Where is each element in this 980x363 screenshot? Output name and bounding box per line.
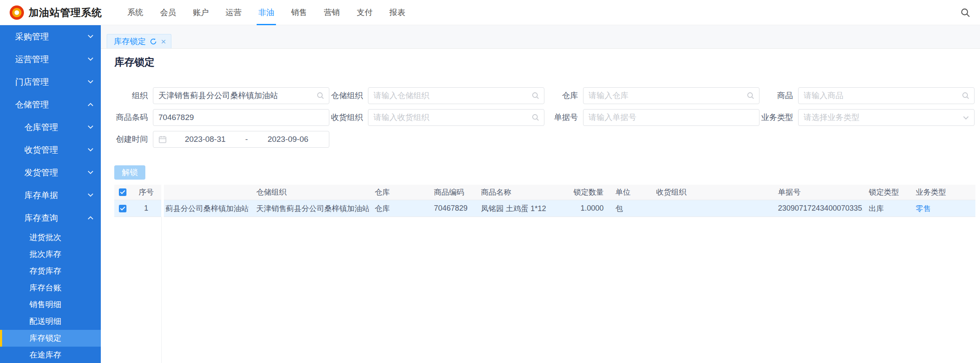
filter-storage-org: 仓储组织 bbox=[329, 87, 544, 104]
col-header-product-code: 商品编码 bbox=[428, 185, 475, 200]
sidebar-item-sales-detail[interactable]: 销售明细 bbox=[0, 296, 101, 313]
sidebar-item-delivery-detail[interactable]: 配送明细 bbox=[0, 313, 101, 330]
barcode-input[interactable] bbox=[153, 109, 329, 126]
col-header-index: 序号 bbox=[131, 185, 161, 200]
col-header-storage-org: 仓储组织 bbox=[252, 185, 369, 200]
filter-business-type-label: 业务类型 bbox=[759, 112, 798, 123]
chevron-up-icon bbox=[88, 216, 93, 222]
cell-org: 蓟县分公司桑梓镇加油站 bbox=[164, 200, 252, 217]
cell-locked-qty: 1.0000 bbox=[569, 200, 610, 217]
sidebar-item-stock-inventory[interactable]: 存货库存 bbox=[0, 263, 101, 279]
calendar-icon bbox=[158, 135, 167, 144]
filter-form: 组织 仓储组织 bbox=[114, 87, 980, 148]
col-header-unit: 单位 bbox=[610, 185, 650, 200]
date-range-input[interactable]: 2023-08-31 - 2023-09-06 bbox=[153, 131, 329, 148]
sidebar-item-warehouse-mgmt[interactable]: 仓库管理 bbox=[0, 116, 101, 138]
col-header-lock-type: 锁定类型 bbox=[863, 185, 910, 200]
table-row[interactable]: 1 蓟县分公司桑梓镇加油站 天津销售蓟县分公司桑梓镇加油站 仓库 7046782… bbox=[114, 200, 975, 217]
app-logo-icon bbox=[9, 5, 24, 20]
col-header-locked-qty: 锁定数量 bbox=[569, 185, 610, 200]
product-input[interactable] bbox=[798, 87, 975, 104]
nav-item-marketing[interactable]: 营销 bbox=[315, 0, 348, 25]
sidebar-item-batch-inventory[interactable]: 批次库存 bbox=[0, 246, 101, 263]
close-tab-icon[interactable]: × bbox=[161, 37, 166, 46]
sidebar-item-warehousing-mgmt[interactable]: 仓储管理 bbox=[0, 93, 101, 116]
filter-row-1: 组织 仓储组织 bbox=[114, 87, 980, 104]
chevron-down-icon bbox=[88, 146, 93, 151]
row-checkbox[interactable] bbox=[119, 205, 126, 212]
warehouse-input[interactable] bbox=[583, 87, 759, 104]
tab-label: 库存锁定 bbox=[114, 36, 146, 47]
cell-lock-type: 出库 bbox=[863, 200, 910, 217]
unlock-button[interactable]: 解锁 bbox=[114, 165, 145, 180]
date-start[interactable]: 2023-08-31 bbox=[169, 135, 241, 144]
filter-product-label: 商品 bbox=[759, 90, 798, 101]
col-header-doc-no: 单据号 bbox=[772, 185, 863, 200]
filter-org: 组织 bbox=[114, 87, 329, 104]
nav-item-non-oil[interactable]: 非油 bbox=[250, 0, 283, 25]
chevron-down-icon bbox=[88, 55, 93, 61]
col-header-receive-org: 收货组织 bbox=[650, 185, 772, 200]
nav-item-sales[interactable]: 销售 bbox=[283, 0, 315, 25]
doc-no-input[interactable] bbox=[583, 109, 759, 126]
cell-warehouse: 仓库 bbox=[369, 200, 428, 217]
cell-product-code: 70467829 bbox=[428, 200, 475, 217]
storage-org-input[interactable] bbox=[368, 87, 544, 104]
cell-index: 1 bbox=[131, 200, 161, 217]
chevron-down-icon bbox=[88, 78, 93, 84]
chevron-down-icon bbox=[88, 33, 93, 38]
cell-doc-no: 23090717243400070335... bbox=[772, 200, 863, 217]
sidebar-item-purchase-mgmt[interactable]: 采购管理 bbox=[0, 25, 101, 48]
sidebar-item-inventory-docs[interactable]: 库存单据 bbox=[0, 184, 101, 206]
sidebar-item-inventory-query[interactable]: 库存查询 bbox=[0, 206, 101, 229]
inventory-lock-table: 序号 仓储组织 仓库 商品编码 商品名称 锁定数量 单位 收货组织 单据号 锁定… bbox=[114, 185, 975, 363]
search-icon[interactable] bbox=[960, 7, 971, 18]
org-input[interactable] bbox=[153, 87, 329, 104]
sidebar: 采购管理 运营管理 门店管理 仓储管理 仓库管理 收货管理 发货管理 库存单据 … bbox=[0, 25, 101, 363]
chevron-down-icon bbox=[88, 169, 93, 174]
sidebar-item-operations-mgmt[interactable]: 运营管理 bbox=[0, 48, 101, 71]
filter-row-2: 商品条码 收货组织 单据号 bbox=[114, 109, 980, 126]
tab-inventory-lock[interactable]: 库存锁定 × bbox=[107, 34, 171, 48]
cell-storage-org: 天津销售蓟县分公司桑梓镇加油站 bbox=[252, 200, 369, 217]
sidebar-item-in-transit-inventory[interactable]: 在途库存 bbox=[0, 347, 101, 363]
chevron-down-icon bbox=[88, 123, 93, 129]
filter-barcode-label: 商品条码 bbox=[114, 112, 153, 123]
nav-item-system[interactable]: 系统 bbox=[119, 0, 152, 25]
col-header-warehouse: 仓库 bbox=[369, 185, 428, 200]
nav-item-payment[interactable]: 支付 bbox=[348, 0, 381, 25]
sidebar-item-store-mgmt[interactable]: 门店管理 bbox=[0, 71, 101, 93]
filter-create-time: 创建时间 2023-08-31 - 2023-09-06 bbox=[114, 131, 329, 148]
sidebar-item-shipping-mgmt[interactable]: 发货管理 bbox=[0, 161, 101, 184]
filter-receive-org-label: 收货组织 bbox=[329, 112, 368, 123]
nav-item-member[interactable]: 会员 bbox=[152, 0, 184, 25]
sidebar-item-inventory-ledger[interactable]: 库存台账 bbox=[0, 279, 101, 296]
nav-item-account[interactable]: 账户 bbox=[184, 0, 217, 25]
nav-item-operation[interactable]: 运营 bbox=[217, 0, 250, 25]
cell-receive-org bbox=[650, 200, 772, 217]
filter-warehouse-label: 仓库 bbox=[544, 90, 583, 101]
table-empty-area bbox=[114, 217, 975, 363]
tab-bar: 库存锁定 × bbox=[101, 25, 980, 49]
business-type-select[interactable] bbox=[798, 109, 975, 126]
filter-receive-org: 收货组织 bbox=[329, 109, 544, 126]
cell-unit: 包 bbox=[610, 200, 650, 217]
chevron-up-icon bbox=[88, 103, 93, 108]
date-separator: - bbox=[241, 135, 252, 144]
col-header-org bbox=[164, 185, 252, 200]
page-content: 库存锁定 组织 仓储组织 bbox=[101, 49, 980, 363]
filter-product: 商品 bbox=[759, 87, 975, 104]
table-header-row: 序号 仓储组织 仓库 商品编码 商品名称 锁定数量 单位 收货组织 单据号 锁定… bbox=[114, 185, 975, 200]
receive-org-input[interactable] bbox=[368, 109, 544, 126]
sidebar-item-receiving-mgmt[interactable]: 收货管理 bbox=[0, 138, 101, 161]
sidebar-item-inventory-lock[interactable]: 库存锁定 bbox=[0, 330, 101, 347]
nav-item-reports[interactable]: 报表 bbox=[381, 0, 414, 25]
date-end[interactable]: 2023-09-06 bbox=[252, 135, 324, 144]
sidebar-item-purchase-batch[interactable]: 进货批次 bbox=[0, 229, 101, 246]
select-all-checkbox[interactable] bbox=[119, 188, 126, 196]
page-title: 库存锁定 bbox=[114, 55, 980, 69]
col-header-product-name: 商品名称 bbox=[475, 185, 569, 200]
refresh-icon[interactable] bbox=[150, 38, 157, 45]
filter-storage-org-label: 仓储组织 bbox=[329, 90, 368, 101]
top-header: 加油站管理系统 系统 会员 账户 运营 非油 销售 营销 支付 报表 bbox=[0, 0, 980, 25]
